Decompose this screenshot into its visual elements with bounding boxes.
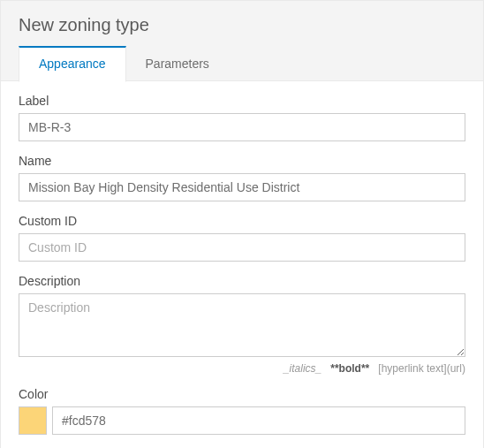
hint-bold: **bold**: [330, 362, 369, 375]
tab-content-appearance: Label Name Custom ID Description _italic…: [1, 80, 483, 448]
description-hints: _italics_ **bold** [hyperlink text](url): [19, 362, 465, 375]
field-group-custom-id: Custom ID: [19, 214, 465, 262]
name-input[interactable]: [19, 173, 465, 201]
custom-id-input[interactable]: [19, 233, 465, 262]
label-field-label: Label: [19, 94, 465, 108]
hint-link: [hyperlink text](url): [378, 362, 465, 375]
zoning-type-panel: New zoning type Appearance Parameters La…: [0, 0, 484, 448]
color-input[interactable]: [52, 406, 465, 435]
description-field-label: Description: [19, 274, 465, 288]
field-group-name: Name: [19, 154, 465, 201]
color-swatch[interactable]: [19, 406, 47, 435]
panel-title: New zoning type: [1, 1, 483, 46]
tab-appearance[interactable]: Appearance: [19, 46, 126, 82]
tabs: Appearance Parameters: [1, 46, 483, 81]
hint-italics: _italics_: [284, 362, 321, 375]
field-group-description: Description _italics_ **bold** [hyperlin…: [19, 274, 465, 375]
name-field-label: Name: [19, 154, 465, 168]
color-field-label: Color: [19, 387, 465, 401]
color-row: [19, 406, 465, 435]
tab-parameters[interactable]: Parameters: [126, 46, 229, 81]
label-input[interactable]: [19, 113, 465, 141]
custom-id-field-label: Custom ID: [19, 214, 465, 228]
field-group-label: Label: [19, 94, 465, 141]
field-group-color: Color: [19, 387, 465, 435]
description-textarea[interactable]: [19, 293, 465, 357]
